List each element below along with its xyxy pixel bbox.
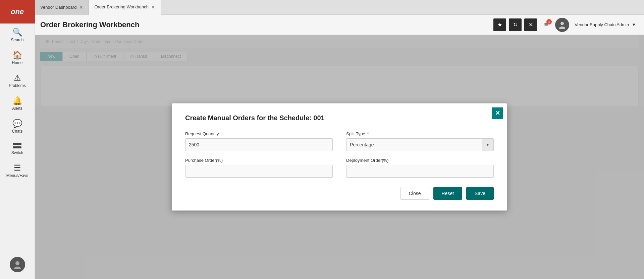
problems-icon: ⚠ — [14, 73, 21, 83]
sidebar-label-alerts: Alerts — [12, 106, 22, 111]
sidebar-item-problems[interactable]: ⚠ Problems — [0, 69, 35, 92]
refresh-button[interactable]: ↻ — [509, 18, 522, 31]
header-actions: ★ ↻ ✕ ≡ 1 Vendor Supply Chain Admin ▼ — [493, 18, 639, 32]
svg-point-5 — [559, 27, 565, 29]
svg-rect-0 — [13, 143, 21, 145]
close-button-label: Close — [409, 191, 421, 196]
close-icon: ✕ — [529, 21, 533, 28]
sidebar: one 🔍 Search 🏠 Home ⚠ Problems 🔔 Alerts … — [0, 0, 35, 279]
modal-form: Request Quantity Split Type * ▼ — [185, 131, 494, 178]
sidebar-label-switch: Switch — [11, 150, 23, 155]
deployment-order-label: Deployment Order(%) — [346, 158, 494, 163]
purchase-order-group: Purchase Order(%) — [185, 158, 333, 178]
home-icon: 🏠 — [12, 50, 22, 60]
split-type-label: Split Type * — [346, 131, 494, 136]
main-area: Vendor Dashboard ✕ Order Brokering Workb… — [35, 0, 644, 279]
split-type-wrapper: ▼ — [346, 138, 494, 151]
user-dropdown[interactable]: Vendor Supply Chain Admin ▼ — [572, 21, 639, 29]
purchase-order-label: Purchase Order(%) — [185, 158, 333, 163]
svg-rect-1 — [13, 146, 21, 148]
sidebar-label-search: Search — [11, 38, 23, 42]
save-button[interactable]: Save — [466, 187, 494, 200]
alerts-icon: 🔔 — [12, 96, 22, 105]
sidebar-label-home: Home — [12, 60, 22, 65]
deployment-order-input[interactable] — [346, 165, 494, 178]
favorite-button[interactable]: ★ — [493, 18, 506, 31]
modal-backdrop: ✕ Create Manual Orders for the Schedule:… — [35, 35, 644, 279]
modal-footer: Close Reset Save — [185, 187, 494, 200]
sidebar-item-chats[interactable]: 💬 Chats — [0, 115, 35, 138]
save-button-label: Save — [475, 191, 485, 196]
search-icon: 🔍 — [12, 28, 22, 37]
split-type-dropdown-button[interactable]: ▼ — [482, 138, 494, 151]
app-logo[interactable]: one — [0, 0, 35, 24]
user-avatar-sidebar — [10, 257, 25, 272]
sidebar-label-menus: Menus/Favs — [6, 173, 28, 178]
sidebar-item-switch[interactable]: Switch — [0, 138, 35, 159]
menus-icon: ☰ — [14, 163, 21, 173]
username-label: Vendor Supply Chain Admin — [575, 22, 629, 27]
sidebar-item-alerts[interactable]: 🔔 Alerts — [0, 92, 35, 115]
header-bar: Order Brokering Workbench ★ ↻ ✕ ≡ 1 — [35, 15, 644, 35]
reset-button[interactable]: Reset — [433, 187, 463, 200]
header-close-button[interactable]: ✕ — [524, 18, 537, 31]
page-title: Order Brokering Workbench — [40, 20, 493, 29]
user-avatar-header — [555, 18, 569, 32]
request-quantity-group: Request Quantity — [185, 131, 333, 151]
sidebar-item-menus[interactable]: ☰ Menus/Favs — [0, 159, 35, 182]
close-button[interactable]: Close — [400, 187, 429, 200]
svg-point-4 — [560, 22, 564, 25]
content-area: ⚙ Period: Last 7 Days Order Type: Purcha… — [35, 35, 644, 279]
sidebar-user-avatar[interactable] — [0, 253, 35, 279]
sidebar-label-problems: Problems — [9, 83, 26, 88]
menu-button[interactable]: ≡ 1 — [540, 18, 552, 31]
refresh-icon: ↻ — [513, 21, 518, 28]
tabs-bar: Vendor Dashboard ✕ Order Brokering Workb… — [35, 0, 644, 15]
dropdown-chevron-icon: ▼ — [632, 22, 636, 27]
sidebar-item-home[interactable]: 🏠 Home — [0, 46, 35, 69]
modal-dialog: ✕ Create Manual Orders for the Schedule:… — [172, 103, 507, 211]
switch-icon — [13, 142, 22, 150]
star-icon: ★ — [497, 21, 502, 28]
sidebar-label-chats: Chats — [12, 129, 22, 134]
tab-close-vendor-dashboard[interactable]: ✕ — [79, 5, 83, 10]
tab-order-brokering[interactable]: Order Brokering Workbench ✕ — [89, 0, 161, 15]
modal-title: Create Manual Orders for the Schedule: 0… — [185, 114, 494, 122]
split-type-required: * — [367, 131, 369, 136]
deployment-order-group: Deployment Order(%) — [346, 158, 494, 178]
modal-close-button[interactable]: ✕ — [492, 107, 503, 119]
tab-vendor-dashboard[interactable]: Vendor Dashboard ✕ — [35, 0, 89, 15]
split-type-group: Split Type * ▼ — [346, 131, 494, 151]
split-type-input[interactable] — [346, 138, 482, 151]
sidebar-item-search[interactable]: 🔍 Search — [0, 24, 35, 46]
chevron-down-icon: ▼ — [486, 142, 490, 147]
request-quantity-input[interactable] — [185, 138, 333, 151]
purchase-order-input[interactable] — [185, 165, 333, 178]
reset-button-label: Reset — [442, 191, 454, 196]
notification-badge: 1 — [546, 19, 552, 25]
logo-text: one — [11, 7, 24, 16]
svg-point-2 — [15, 261, 19, 265]
tab-label-vendor-dashboard: Vendor Dashboard — [40, 5, 76, 10]
tab-close-order-brokering[interactable]: ✕ — [151, 4, 155, 10]
chats-icon: 💬 — [12, 119, 22, 128]
tab-label-order-brokering: Order Brokering Workbench — [94, 4, 149, 9]
request-quantity-label: Request Quantity — [185, 131, 333, 136]
modal-close-icon: ✕ — [495, 109, 500, 117]
svg-point-3 — [14, 267, 21, 269]
